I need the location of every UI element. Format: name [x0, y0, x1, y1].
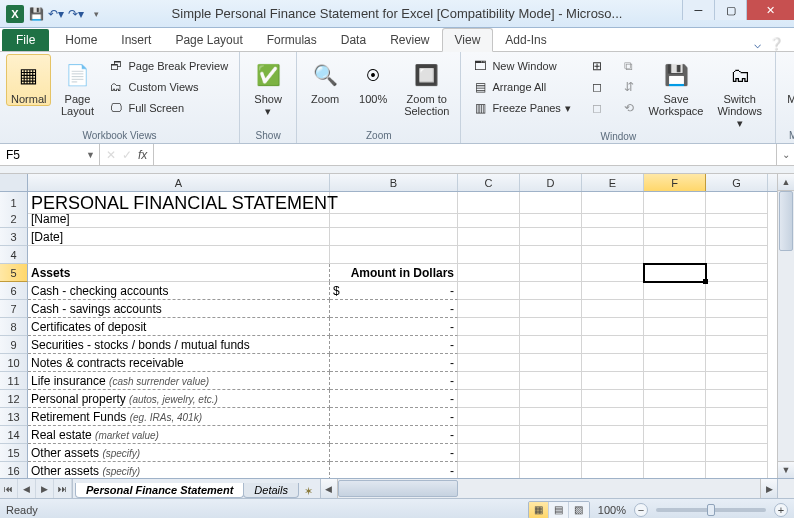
- tab-page-layout[interactable]: Page Layout: [163, 29, 254, 51]
- row-header-8[interactable]: 8: [0, 318, 28, 336]
- zoom-button[interactable]: 🔍 Zoom: [303, 54, 347, 106]
- view-normal-icon[interactable]: ▦: [529, 502, 549, 518]
- cell-f8[interactable]: [644, 318, 706, 336]
- cell-b12[interactable]: -: [330, 390, 458, 408]
- col-header-a[interactable]: A: [28, 174, 330, 191]
- macros-button[interactable]: 📜 Macros▾: [782, 54, 794, 118]
- help-icon[interactable]: ❔: [769, 37, 784, 51]
- row-header-16[interactable]: 16: [0, 462, 28, 478]
- tab-addins[interactable]: Add-Ins: [493, 29, 558, 51]
- tab-view[interactable]: View: [442, 28, 494, 52]
- cell-c8[interactable]: [458, 318, 520, 336]
- cell-e14[interactable]: [582, 426, 644, 444]
- cell-g16[interactable]: [706, 462, 768, 478]
- insert-sheet-icon[interactable]: ✶: [298, 485, 320, 498]
- cell-c13[interactable]: [458, 408, 520, 426]
- zoom-slider-thumb[interactable]: [707, 504, 715, 516]
- close-button[interactable]: ✕: [746, 0, 794, 20]
- enter-formula-icon[interactable]: ✓: [122, 148, 132, 162]
- cell-f16[interactable]: [644, 462, 706, 478]
- col-header-b[interactable]: B: [330, 174, 458, 191]
- cell-d14[interactable]: [520, 426, 582, 444]
- cell-f12[interactable]: [644, 390, 706, 408]
- cell-g6[interactable]: [706, 282, 768, 300]
- cell-g4[interactable]: [706, 246, 768, 264]
- cell-a13[interactable]: Retirement Funds (eg. IRAs, 401k): [28, 408, 330, 426]
- zoom-level[interactable]: 100%: [598, 504, 626, 516]
- cell-f4[interactable]: [644, 246, 706, 264]
- cell-d11[interactable]: [520, 372, 582, 390]
- cell-e9[interactable]: [582, 336, 644, 354]
- name-box-dropdown-icon[interactable]: ▼: [86, 150, 95, 160]
- split-button[interactable]: ⊞: [584, 56, 610, 76]
- cell-c2[interactable]: [458, 210, 520, 228]
- sheet-prev-icon[interactable]: ◀: [18, 479, 36, 498]
- cell-d5[interactable]: [520, 264, 582, 282]
- cell-e7[interactable]: [582, 300, 644, 318]
- cell-f13[interactable]: [644, 408, 706, 426]
- redo-icon[interactable]: ↷▾: [68, 6, 84, 22]
- cell-b8[interactable]: -: [330, 318, 458, 336]
- new-window-button[interactable]: 🗔New Window: [467, 56, 575, 76]
- cell-e3[interactable]: [582, 228, 644, 246]
- hide-button[interactable]: ◻: [584, 77, 610, 97]
- cell-d2[interactable]: [520, 210, 582, 228]
- select-all-corner[interactable]: [0, 174, 28, 191]
- tab-insert[interactable]: Insert: [109, 29, 163, 51]
- tab-data[interactable]: Data: [329, 29, 378, 51]
- reset-pos-button[interactable]: ⟲: [616, 98, 642, 118]
- zoom-slider[interactable]: [656, 508, 766, 512]
- zoom-in-button[interactable]: +: [774, 503, 788, 517]
- file-tab[interactable]: File: [2, 29, 49, 51]
- cell-g11[interactable]: [706, 372, 768, 390]
- horizontal-scrollbar[interactable]: ◀ ▶: [320, 479, 777, 498]
- cell-b11[interactable]: -: [330, 372, 458, 390]
- row-header-4[interactable]: 4: [0, 246, 28, 264]
- cell-a7[interactable]: Cash - savings accounts: [28, 300, 330, 318]
- custom-views-button[interactable]: 🗂Custom Views: [103, 77, 233, 97]
- row-header-14[interactable]: 14: [0, 426, 28, 444]
- name-box[interactable]: F5 ▼: [0, 144, 100, 165]
- cell-d4[interactable]: [520, 246, 582, 264]
- cell-a3[interactable]: [Date]: [28, 228, 330, 246]
- cell-f11[interactable]: [644, 372, 706, 390]
- cell-c10[interactable]: [458, 354, 520, 372]
- row-header-12[interactable]: 12: [0, 390, 28, 408]
- minimize-button[interactable]: ─: [682, 0, 714, 20]
- sheet-last-icon[interactable]: ⏭: [54, 479, 72, 498]
- cell-b15[interactable]: -: [330, 444, 458, 462]
- row-header-3[interactable]: 3: [0, 228, 28, 246]
- cell-a2[interactable]: [Name]: [28, 210, 330, 228]
- cell-a9[interactable]: Securities - stocks / bonds / mutual fun…: [28, 336, 330, 354]
- cell-f7[interactable]: [644, 300, 706, 318]
- cell-a12[interactable]: Personal property (autos, jewelry, etc.): [28, 390, 330, 408]
- scroll-right-icon[interactable]: ▶: [760, 479, 777, 498]
- cell-f2[interactable]: [644, 210, 706, 228]
- formula-input[interactable]: [154, 144, 776, 165]
- cell-b16[interactable]: -: [330, 462, 458, 478]
- cell-e4[interactable]: [582, 246, 644, 264]
- scroll-left-icon[interactable]: ◀: [321, 479, 338, 498]
- cell-c9[interactable]: [458, 336, 520, 354]
- save-workspace-button[interactable]: 💾 Save Workspace: [646, 54, 706, 118]
- cell-d12[interactable]: [520, 390, 582, 408]
- cell-g7[interactable]: [706, 300, 768, 318]
- cell-e5[interactable]: [582, 264, 644, 282]
- cell-c15[interactable]: [458, 444, 520, 462]
- col-header-e[interactable]: E: [582, 174, 644, 191]
- hscroll-thumb[interactable]: [338, 480, 458, 497]
- cell-d3[interactable]: [520, 228, 582, 246]
- cell-d9[interactable]: [520, 336, 582, 354]
- row-header-10[interactable]: 10: [0, 354, 28, 372]
- freeze-panes-button[interactable]: ▥Freeze Panes ▾: [467, 98, 575, 118]
- cell-c14[interactable]: [458, 426, 520, 444]
- cell-a11[interactable]: Life insurance (cash surrender value): [28, 372, 330, 390]
- cell-g10[interactable]: [706, 354, 768, 372]
- cell-c3[interactable]: [458, 228, 520, 246]
- cell-g5[interactable]: [706, 264, 768, 282]
- cell-b13[interactable]: -: [330, 408, 458, 426]
- cell-g13[interactable]: [706, 408, 768, 426]
- cell-e8[interactable]: [582, 318, 644, 336]
- cell-c4[interactable]: [458, 246, 520, 264]
- col-header-d[interactable]: D: [520, 174, 582, 191]
